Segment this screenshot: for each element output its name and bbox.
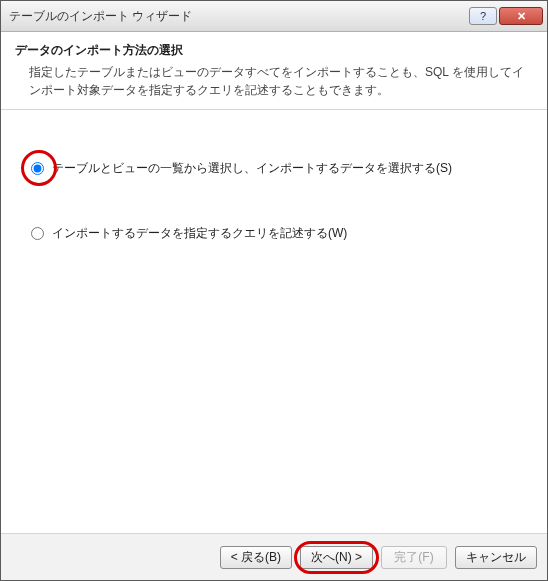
close-button[interactable]: ✕	[499, 7, 543, 25]
wizard-window: テーブルのインポート ウィザード ? ✕ データのインポート方法の選択 指定した…	[0, 0, 548, 581]
titlebar: テーブルのインポート ウィザード ? ✕	[1, 1, 547, 32]
page-title: データのインポート方法の選択	[15, 42, 527, 59]
help-button[interactable]: ?	[469, 7, 497, 25]
option-label: テーブルとビューの一覧から選択し、インポートするデータを選択する(S)	[52, 160, 452, 177]
wizard-content: テーブルとビューの一覧から選択し、インポートするデータを選択する(S) インポー…	[1, 110, 547, 533]
wizard-footer: < 戻る(B) 次へ(N) > 完了(F) キャンセル	[1, 533, 547, 580]
option-select-from-list[interactable]: テーブルとビューの一覧から選択し、インポートするデータを選択する(S)	[31, 160, 517, 177]
window-controls: ? ✕	[467, 7, 543, 25]
radio-write-query[interactable]	[31, 227, 44, 240]
finish-button: 完了(F)	[381, 546, 447, 569]
window-title: テーブルのインポート ウィザード	[9, 8, 467, 25]
back-button[interactable]: < 戻る(B)	[220, 546, 292, 569]
radio-select-from-list[interactable]	[31, 162, 44, 175]
cancel-button[interactable]: キャンセル	[455, 546, 537, 569]
option-write-query[interactable]: インポートするデータを指定するクエリを記述する(W)	[31, 225, 517, 242]
next-button[interactable]: 次へ(N) >	[300, 546, 373, 569]
wizard-header: データのインポート方法の選択 指定したテーブルまたはビューのデータすべてをインポ…	[1, 32, 547, 110]
page-description: 指定したテーブルまたはビューのデータすべてをインポートすることも、SQL を使用…	[29, 63, 527, 99]
option-label: インポートするデータを指定するクエリを記述する(W)	[52, 225, 347, 242]
next-button-wrap: 次へ(N) >	[300, 546, 373, 569]
